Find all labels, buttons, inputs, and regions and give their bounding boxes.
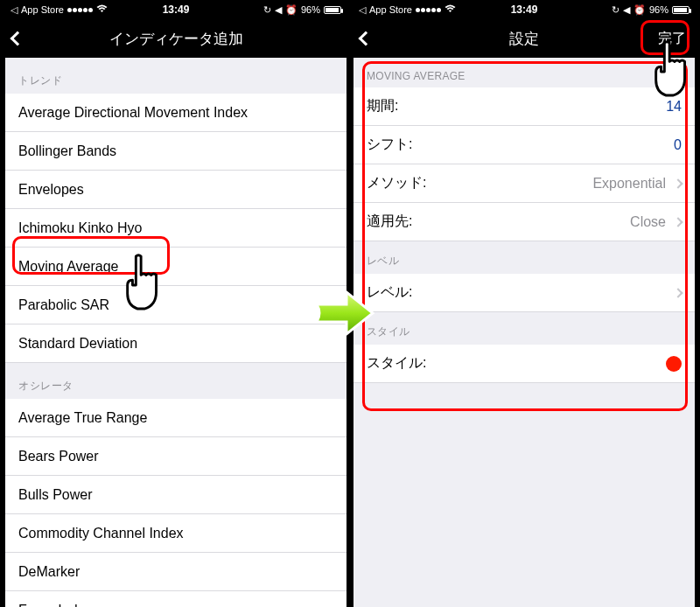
wifi-icon [444,4,456,15]
list-item-label: Bollinger Bands [18,143,333,159]
right-phone: ◁ App Store 13:49 ↻ ◀ ⏰ 96% 設定 完了 MOVING… [354,0,695,607]
nav-title: 設定 [509,29,539,49]
status-time: 13:49 [511,3,538,16]
chevron-right-icon [673,217,682,227]
list-item[interactable]: Commodity Channel Index [5,514,346,553]
done-button[interactable]: 完了 [658,19,686,58]
list-item[interactable]: Average Directional Movement Index [5,94,346,132]
battery-icon [672,6,690,14]
color-swatch [666,356,682,372]
back-button[interactable] [360,19,371,58]
list-item-label: Average True Range [18,410,333,426]
list-item-label: Parabolic SAR [18,297,333,313]
status-bar: ◁ App Store 13:49 ↻ ◀ ⏰ 96% [354,0,695,19]
setting-value: Close [630,214,666,230]
setting-label: 期間: [367,97,666,115]
nav-bar: 設定 完了 [354,19,695,58]
chevron-left-icon [359,31,374,46]
battery-pct: 96% [649,4,668,15]
list-item[interactable]: Bollinger Bands [5,132,346,171]
list-item[interactable]: Bears Power [5,437,346,476]
list-item-label: Envelopes [18,182,333,198]
refresh-icon: ↻ [612,4,620,16]
section-header-trend: トレンド [5,58,346,94]
chevron-left-icon [10,31,25,46]
list-item-label: Average Directional Movement Index [18,105,333,121]
setting-value: 0 [674,137,682,153]
signal-dots [67,8,93,12]
location-icon: ◀ [275,4,282,16]
setting-style[interactable]: スタイル: [354,345,695,383]
list-item-label: Bears Power [18,449,333,464]
list-item-label: DeMarker [18,564,333,580]
list-item[interactable]: Average True Range [5,399,346,437]
section-header-oscillator: オシレータ [5,363,346,399]
nav-title: インディケータ追加 [109,29,243,49]
back-to-appstore[interactable]: ◁ [10,4,18,16]
left-phone: ◁ App Store 13:49 ↻ ◀ ⏰ 96% インディケータ追加 トレ… [5,0,346,607]
section-header-ma: MOVING AVERAGE [354,58,695,87]
alarm-icon: ⏰ [634,4,646,16]
done-label: 完了 [658,30,686,48]
list-item[interactable]: DeMarker [5,553,346,591]
chevron-right-icon [673,178,682,188]
signal-dots [416,8,441,12]
list-item[interactable]: Force Index [5,591,346,607]
setting-label: メソッド: [367,174,592,192]
back-button[interactable] [12,19,23,58]
back-to-appstore[interactable]: ◁ [359,4,366,16]
setting-value: 14 [666,99,682,115]
settings-list: MOVING AVERAGE 期間: 14 シフト: 0 メソッド: Expon… [354,58,695,383]
battery-pct: 96% [301,4,320,15]
setting-label: レベル: [367,283,666,302]
list-left: トレンド Average Directional Movement Index … [5,58,346,607]
list-item-label: Force Index [18,603,333,608]
wifi-icon [96,4,108,15]
setting-label: シフト: [367,136,674,154]
list-item-label: Ichimoku Kinko Hyo [18,220,333,236]
list-item[interactable]: Parabolic SAR [5,286,346,324]
setting-method[interactable]: メソッド: Exponential [354,164,695,203]
status-carrier: App Store [21,4,64,15]
alarm-icon: ⏰ [285,4,298,16]
setting-label: 適用先: [367,213,630,231]
section-header-style: スタイル [354,312,695,345]
setting-period[interactable]: 期間: 14 [354,87,695,126]
status-bar: ◁ App Store 13:49 ↻ ◀ ⏰ 96% [5,0,346,19]
chevron-right-icon [673,288,682,297]
setting-level[interactable]: レベル: [354,274,695,312]
setting-apply[interactable]: 適用先: Close [354,203,695,241]
list-item[interactable]: Standard Deviation [5,324,346,363]
setting-value: Exponential [592,176,666,192]
list-item-label: Moving Average [18,259,333,275]
refresh-icon: ↻ [263,4,271,16]
list-item-moving-average[interactable]: Moving Average [5,248,346,286]
list-item-label: Commodity Channel Index [18,526,333,541]
arrow-right-icon [313,289,376,338]
list-item[interactable]: Ichimoku Kinko Hyo [5,209,346,248]
location-icon: ◀ [623,4,630,16]
setting-shift[interactable]: シフト: 0 [354,126,695,164]
setting-label: スタイル: [367,354,666,373]
list-item[interactable]: Bulls Power [5,476,346,514]
status-carrier: App Store [369,4,412,15]
nav-bar: インディケータ追加 [5,19,346,58]
list-item-label: Standard Deviation [18,336,333,352]
list-item-label: Bulls Power [18,487,333,503]
battery-icon [324,6,341,14]
list-item[interactable]: Envelopes [5,171,346,209]
section-header-level: レベル [354,241,695,274]
status-time: 13:49 [163,3,190,16]
